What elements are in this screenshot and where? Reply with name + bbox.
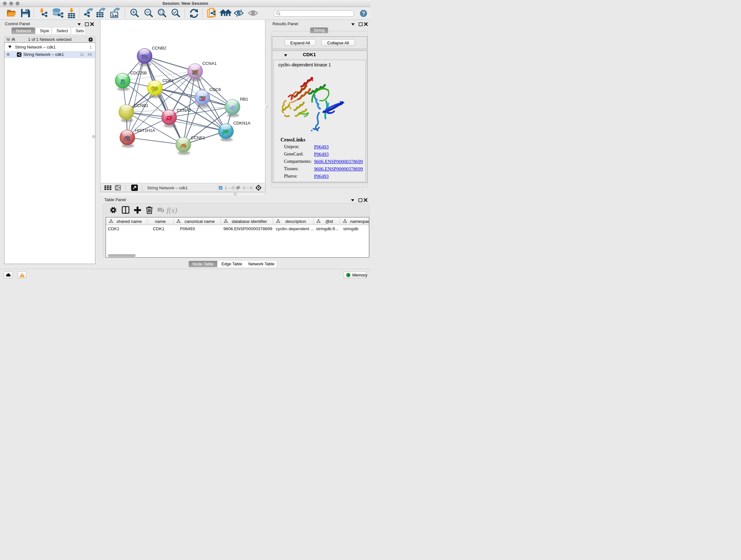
svg-text:description: description	[285, 219, 306, 224]
svg-text:database identifier: database identifier	[232, 219, 267, 224]
svg-text:CCNA1: CCNA1	[202, 61, 217, 66]
svg-text:HIST1H1A: HIST1H1A	[135, 128, 155, 133]
svg-text:shared name: shared name	[117, 219, 142, 224]
svg-text:namespace: namespace	[350, 219, 369, 224]
svg-text:CCNA2: CCNA2	[177, 108, 191, 113]
svg-text:?: ?	[362, 10, 365, 17]
svg-text:CCNE1: CCNE1	[191, 135, 205, 140]
svg-text:CDK1: CDK1	[108, 226, 119, 231]
svg-text:stringdb: stringdb	[343, 226, 358, 231]
svg-text:f(x): f(x)	[166, 206, 177, 214]
svg-text:RB1: RB1	[240, 97, 248, 102]
svg-text:P06493: P06493	[180, 226, 195, 231]
svg-text:CDK1: CDK1	[162, 78, 174, 83]
svg-text:0 – 0: 0 – 0	[243, 186, 252, 190]
svg-text:CDC6: CDC6	[209, 87, 221, 92]
svg-text:CDK1: CDK1	[153, 226, 164, 231]
svg-text:CCNB2: CCNB2	[152, 46, 166, 51]
svg-text:cyclin–dependent ...: cyclin–dependent ...	[276, 226, 314, 231]
svg-text:stringdb:9...: stringdb:9...	[316, 226, 339, 231]
svg-text:String Network – cdk1: String Network – cdk1	[147, 186, 188, 190]
svg-text:@id: @id	[325, 219, 333, 224]
svg-text:CDKN1A: CDKN1A	[233, 121, 251, 125]
svg-text:9606.ENSP00000378699: 9606.ENSP00000378699	[223, 226, 272, 231]
svg-text:canonical name: canonical name	[185, 219, 215, 224]
svg-text:CCNB1: CCNB1	[134, 103, 148, 108]
svg-text:name: name	[155, 219, 166, 224]
svg-text:CDC25B: CDC25B	[130, 71, 147, 75]
svg-text:1 – 0: 1 – 0	[225, 186, 234, 190]
